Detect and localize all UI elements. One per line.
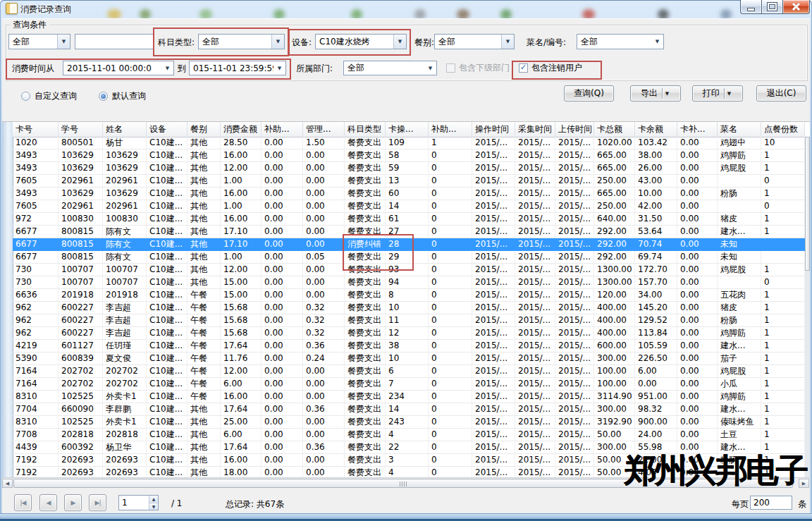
table-cell: 11.76 [221, 353, 262, 365]
table-row[interactable]: 6677800815陈有文C10建...其他17.100.000.00消费纠错2… [13, 238, 805, 251]
table-cell: 2015/... [555, 327, 594, 340]
vertical-scrollbar[interactable] [805, 137, 810, 477]
table-cell: 18.00 [221, 467, 262, 477]
table-cell: 0.00 [677, 365, 718, 378]
column-header[interactable]: 卡总额 [594, 122, 635, 137]
table-cell: 202693 [59, 467, 103, 477]
chevron-down-icon[interactable]: ▼ [727, 91, 732, 97]
time-to-select[interactable]: 015-11-01 23:59:59 ▼ [189, 61, 286, 75]
per-page-input[interactable] [750, 496, 792, 510]
table-row[interactable]: 1020800501杨甘C10建...其他28.500.001.50餐费支出10… [13, 137, 805, 149]
column-header[interactable]: 卡操... [386, 122, 429, 137]
next-page-button[interactable]: ▶ [64, 494, 82, 511]
device-select[interactable]: C10建水烧烤 ▼ [315, 34, 407, 49]
column-header[interactable]: 学号 [59, 122, 103, 137]
column-header[interactable]: 消费金额 [221, 122, 262, 137]
table-row[interactable]: 7605202961202961C10建...其他1.000.000.00餐费支… [13, 200, 805, 213]
table-cell: 4 [386, 467, 429, 477]
table-row[interactable]: 3493103629103629C10建...其他16.000.000.00餐费… [13, 188, 805, 200]
column-header[interactable]: 补助... [429, 122, 472, 137]
include-sub-dept-checkbox[interactable]: ✓ 包含下级部门 [446, 62, 510, 74]
include-cancelled-checkbox[interactable]: ✓ 包含注销用户 [519, 62, 582, 74]
dish-name-select[interactable]: 全部 ▼ [577, 34, 664, 49]
table-row[interactable]: 4219601127任玥瑾C10建...午餐17.640.000.36餐费支出3… [13, 340, 805, 353]
table-row[interactable]: 7704660090李群鹏C10建...其他17.640.000.36餐费支出1… [13, 403, 805, 416]
maximize-button[interactable] [762, 0, 783, 14]
page-number-spinner[interactable]: ▲ ▼ [118, 495, 159, 510]
radio-custom-query[interactable]: 自定义查询 [21, 90, 77, 102]
time-from-select[interactable]: 2015-11-01 00:00:0 ▼ [63, 61, 174, 75]
department-select[interactable]: 全部 ▼ [343, 61, 437, 75]
table-cell: 0.00 [303, 238, 345, 251]
grid-body: 1020800501杨甘C10建...其他28.500.001.50餐费支出10… [13, 137, 805, 477]
table-row[interactable]: 7708202818202818C10建...其他6.000.000.00餐费支… [13, 429, 805, 441]
table-row[interactable]: 8310102525外卖卡1C10建...午餐16.000.000.00餐费支出… [13, 391, 805, 403]
time-to-value: 015-11-01 23:59:59 [190, 63, 273, 73]
minimize-button[interactable] [740, 0, 762, 14]
table-row[interactable]: 3493103629103629C10建...其他16.000.000.00餐费… [13, 149, 805, 162]
table-cell: 3192.90 [594, 416, 635, 429]
table-row[interactable]: 3493103629103629C10建...其他12.000.000.00餐费… [13, 162, 805, 175]
column-header[interactable]: 卡补... [677, 122, 718, 137]
table-row[interactable]: 7605202961202961C10建...其他1.000.000.00餐费支… [13, 175, 805, 188]
column-header[interactable]: 点餐份数 [761, 122, 805, 137]
table-row[interactable]: 6677800815陈有文C10建...其他17.100.000.00餐费支出2… [13, 226, 805, 238]
table-cell: C10建... [147, 391, 187, 403]
table-row[interactable]: 7164202702202702C10建...午餐6.000.000.00餐费支… [13, 378, 805, 391]
table-row[interactable]: 962600227李吉超C10建...午餐15.680.000.32餐费支出12… [13, 327, 805, 340]
dish-name-label: 菜名/编号: [527, 37, 566, 49]
vertical-scrollbar-thumb[interactable] [805, 137, 810, 271]
meal-type-select[interactable]: 全部 ▼ [434, 34, 515, 49]
print-button[interactable]: 打印 ▼ [692, 85, 743, 102]
scroll-left-icon[interactable]: ◀ [2, 479, 13, 488]
table-row[interactable]: 730100707100707C10建...其他12.000.000.00餐费支… [13, 264, 805, 276]
table-row[interactable]: 730100707100707C10建...其他15.000.000.00餐费支… [13, 276, 805, 289]
table-row[interactable]: 5390600839夏文俊C10建...午餐11.760.000.24餐费支出1… [13, 353, 805, 365]
subject-type-select[interactable]: 全部 ▼ [198, 34, 285, 49]
page-number-input[interactable] [119, 496, 149, 510]
table-cell: 243 [386, 416, 429, 429]
column-header[interactable]: 设备 [147, 122, 187, 137]
table-cell: 0.00 [262, 327, 303, 340]
radio-default-query[interactable]: 默认查询 [99, 90, 146, 102]
spin-down-icon[interactable]: ▼ [149, 503, 158, 510]
table-row[interactable]: 6636201918201918C10建...午餐15.000.000.00餐费… [13, 289, 805, 302]
row-selector-strip[interactable] [2, 122, 13, 477]
table-cell: 100830 [103, 213, 147, 226]
table-row[interactable]: 6677800815陈有文C10建...其他1.000.000.05餐费支出29… [13, 251, 805, 264]
spin-up-icon[interactable]: ▲ [149, 496, 158, 503]
table-cell: 0 [429, 149, 472, 162]
prev-page-button[interactable]: ◀ [39, 494, 57, 511]
column-header[interactable]: 姓名 [103, 122, 147, 137]
close-button[interactable] [783, 0, 810, 14]
column-header[interactable]: 采集时间 [515, 122, 555, 137]
card-type-select[interactable]: 全部 ▼ [8, 34, 70, 49]
table-row[interactable]: 962600227李吉超C10建...午餐15.680.000.32餐费支出10… [13, 302, 805, 314]
table-cell: 102525 [59, 391, 103, 403]
column-header[interactable]: 菜名 [718, 122, 761, 137]
first-page-button[interactable]: |◀ [14, 494, 32, 511]
column-header[interactable]: 卡余额 [635, 122, 677, 137]
table-cell: 2015/... [555, 226, 594, 238]
table-row[interactable]: 8310102525外卖卡1C10建...其他25.000.000.00餐费支出… [13, 416, 805, 429]
column-header[interactable]: 操作时间 [472, 122, 515, 137]
table-row[interactable]: 962600227李吉超C10建...午餐15.680.000.32餐费支出11… [13, 314, 805, 327]
column-header[interactable]: 管理... [303, 122, 345, 137]
table-cell: 2015/... [555, 213, 594, 226]
chevron-down-icon[interactable]: ▼ [665, 91, 670, 97]
exit-button[interactable]: 退出(C) [756, 85, 806, 102]
export-button[interactable]: 导出 ▼ [630, 85, 681, 102]
column-header[interactable]: 补助... [262, 122, 303, 137]
last-page-button[interactable]: ▶| [89, 494, 106, 511]
table-row[interactable]: 972100830100830C10建...其他16.000.000.00餐费支… [13, 213, 805, 226]
column-header[interactable]: 上传时间 [555, 122, 594, 137]
table-cell: 8 [386, 289, 429, 302]
table-cell: 鸡脚筋 [718, 391, 761, 403]
table-cell: 午餐 [187, 378, 221, 391]
column-header[interactable]: 科目类型 [345, 122, 386, 137]
table-row[interactable]: 7164202702202702C10建...午餐12.000.000.00餐费… [13, 365, 805, 378]
column-header[interactable]: 卡号 [13, 122, 59, 137]
keyword-input[interactable] [75, 34, 154, 49]
column-header[interactable]: 餐别 [187, 122, 221, 137]
query-button[interactable]: 查询(Q) [564, 85, 614, 102]
